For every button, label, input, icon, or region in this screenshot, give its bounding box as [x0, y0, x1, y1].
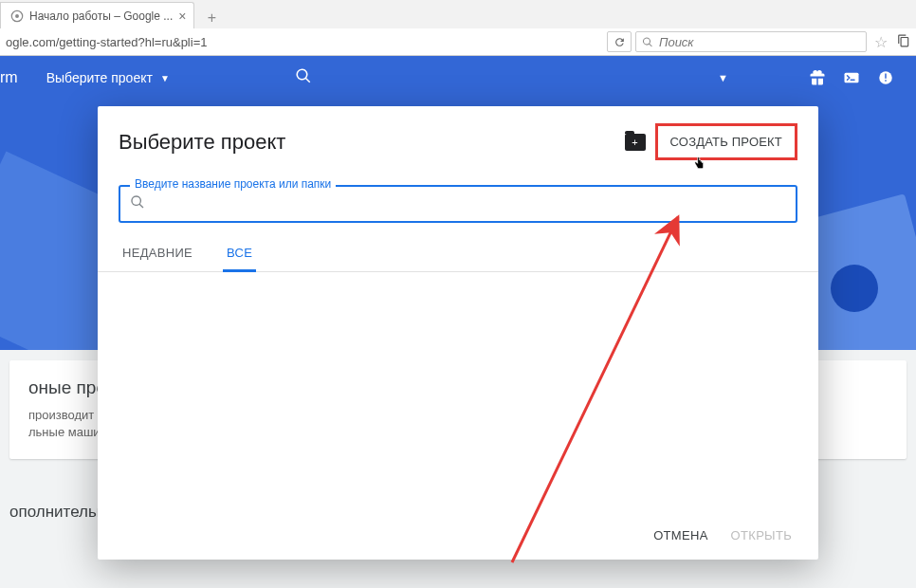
create-project-button[interactable]: СОЗДАТЬ ПРОЕКТ	[655, 123, 797, 160]
clipboard-icon[interactable]	[895, 33, 912, 51]
project-selector-label: Выберите проект	[46, 70, 153, 85]
browser-search[interactable]	[635, 31, 867, 52]
new-tab-button[interactable]: +	[200, 8, 223, 28]
notifications-icon[interactable]	[874, 66, 897, 89]
reload-button[interactable]	[607, 31, 632, 52]
plus-icon: +	[632, 137, 637, 148]
cloud-shell-icon[interactable]	[840, 66, 863, 89]
dialog-body	[98, 272, 818, 515]
search-icon	[642, 36, 653, 48]
chevron-down-icon: ▼	[160, 73, 170, 83]
svg-rect-5	[885, 80, 887, 82]
project-selector[interactable]: Выберите проект ▼	[46, 70, 170, 85]
bookmark-star-icon[interactable]: ☆	[870, 33, 891, 51]
address-bar[interactable]: ogle.com/getting-started?hl=ru&pli=1	[0, 31, 603, 52]
tab-recent[interactable]: НЕДАВНИЕ	[119, 236, 196, 271]
search-icon	[130, 194, 145, 213]
search-icon	[295, 67, 312, 84]
toolbar-dropdown[interactable]: ▼	[718, 72, 728, 83]
browser-tab-strip: Начало работы – Google ... × +	[0, 0, 916, 28]
gcp-toolbar: rm Выберите проект ▼ ▼	[0, 56, 916, 100]
tab-all[interactable]: ВСЕ	[223, 236, 256, 272]
browser-tab[interactable]: Начало работы – Google ... ×	[0, 2, 194, 28]
gift-icon[interactable]	[806, 66, 829, 89]
reload-icon	[614, 36, 626, 48]
svg-point-1	[15, 14, 19, 18]
cursor-hand-icon	[691, 155, 706, 177]
dialog-title: Выберите проект	[119, 130, 615, 155]
svg-rect-2	[845, 73, 859, 83]
select-project-dialog: Выберите проект + СОЗДАТЬ ПРОЕКТ Введите…	[98, 106, 818, 560]
project-search-input[interactable]	[153, 196, 786, 211]
create-project-label: СОЗДАТЬ ПРОЕКТ	[670, 135, 782, 149]
browser-search-input[interactable]	[659, 35, 860, 49]
url-bar: ogle.com/getting-started?hl=ru&pli=1 ☆	[0, 28, 916, 55]
dialog-tabs: НЕДАВНИЕ ВСЕ	[98, 223, 818, 272]
project-search-field[interactable]	[119, 185, 797, 223]
svg-rect-4	[885, 74, 887, 79]
cancel-button[interactable]: ОТМЕНА	[653, 528, 707, 542]
tab-favicon-icon	[10, 9, 24, 23]
tab-title: Начало работы – Google ...	[29, 9, 173, 23]
new-folder-button[interactable]: +	[625, 134, 646, 151]
search-field-label: Введите название проекта или папки	[130, 177, 336, 191]
open-button[interactable]: ОТКРЫТЬ	[731, 528, 792, 542]
gcp-search-button[interactable]	[295, 67, 312, 89]
gcp-logo: rm	[0, 69, 35, 86]
close-icon[interactable]: ×	[178, 9, 186, 23]
